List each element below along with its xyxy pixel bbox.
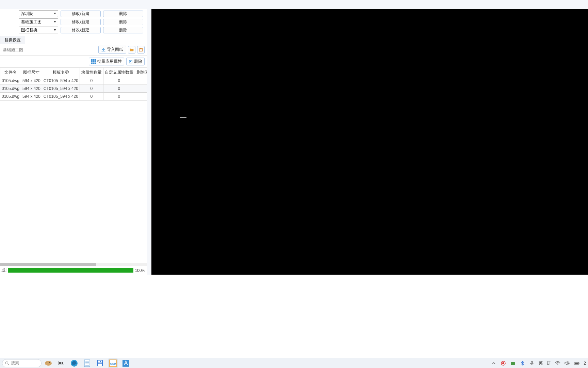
table-row[interactable]: 0105.dwg 594 x 420 CT0105_594 x 420 0 0 … (0, 93, 147, 101)
taskbar-search-label: 搜索 (11, 360, 19, 366)
select-institute[interactable]: 深圳院 ▼ (19, 10, 58, 17)
folder-button[interactable] (128, 46, 135, 53)
svg-rect-34 (531, 361, 533, 364)
system-tray: 英 拼 2 (491, 360, 588, 366)
cell: 594 x 420 (21, 77, 42, 85)
controls-section: 深圳院 ▼ 修改/新建 删除 基础施工图 ▼ 修改/新建 删除 图框替换 ▼ (0, 9, 147, 35)
col-deleteregions[interactable]: 删除区域数量 (135, 68, 147, 77)
taskbar: 搜索 CAD (0, 358, 588, 368)
select-value: 深圳院 (21, 11, 33, 17)
progress-bar (8, 268, 133, 273)
select-value: 基础施工图 (21, 19, 42, 25)
cell: 594 x 420 (21, 85, 42, 93)
tray-wifi-icon[interactable] (555, 361, 560, 366)
svg-point-12 (45, 361, 52, 366)
progress-fill (8, 268, 133, 273)
grid-toolbar: 批量应用属性 删除 (0, 56, 147, 67)
tray-lang-pinyin[interactable]: 拼 (547, 360, 551, 366)
search-icon (5, 361, 9, 365)
svg-point-13 (47, 362, 47, 363)
cell: 594 x 420 (21, 93, 42, 101)
tray-lang-en[interactable]: 英 (539, 360, 543, 366)
scrollbar-thumb[interactable] (0, 263, 96, 266)
cat-icon (44, 360, 52, 367)
taskbar-save-app[interactable] (95, 358, 105, 368)
tray-time-partial[interactable]: 2 (584, 361, 586, 366)
svg-rect-37 (575, 363, 578, 364)
minimize-button[interactable]: — (570, 2, 585, 7)
tray-mic-icon[interactable] (529, 361, 535, 366)
edge-icon (70, 359, 78, 367)
chevron-down-icon: ▼ (53, 20, 56, 24)
grid-icon (91, 59, 96, 64)
tab-strip: 替换设置 (0, 35, 147, 44)
save-button[interactable] (137, 46, 145, 53)
taskbar-app-cat[interactable] (44, 358, 53, 368)
tray-evernote-icon[interactable] (510, 361, 516, 366)
delete-button-2[interactable]: 删除 (103, 27, 143, 33)
control-row: 图框替换 ▼ 修改/新建 删除 (3, 27, 144, 33)
delete-icon (129, 60, 133, 64)
col-framesize[interactable]: 图框尺寸 (21, 68, 42, 77)
table-row[interactable]: 0105.dwg 594 x 420 CT0105_594 x 420 0 0 … (0, 77, 147, 85)
col-filename[interactable]: 文件名 (0, 68, 21, 77)
taskbar-design-app[interactable] (121, 358, 131, 368)
taskbar-cad-app[interactable]: CAD (108, 358, 118, 368)
svg-line-11 (8, 364, 9, 365)
tray-battery-icon[interactable] (574, 361, 579, 366)
cell: 0 (103, 93, 135, 101)
cell: 0 (80, 93, 103, 101)
control-row: 深圳院 ▼ 修改/新建 删除 (3, 10, 144, 17)
grid-delete-button[interactable]: 删除 (126, 58, 145, 65)
notepad-icon (84, 359, 90, 367)
modify-button-0[interactable]: 修改/新建 (61, 11, 101, 17)
table-header-row: 文件名 图框尺寸 模板名称 块属性数量 自定义属性数量 删除区域数量 (0, 68, 147, 77)
main-area: 深圳院 ▼ 修改/新建 删除 基础施工图 ▼ 修改/新建 删除 图框替换 ▼ (0, 9, 588, 275)
tray-bluetooth-icon[interactable] (520, 361, 525, 366)
search-row: 导入图纸 (0, 44, 147, 56)
delete-button-1[interactable]: 删除 (103, 19, 143, 25)
svg-point-35 (557, 364, 558, 365)
search-input[interactable] (2, 46, 98, 53)
chevron-down-icon: ▼ (53, 12, 56, 15)
svg-rect-15 (58, 361, 64, 365)
batch-apply-label: 批量应用属性 (97, 59, 122, 64)
crosshair-horizontal (180, 117, 186, 118)
cell: 0 (135, 93, 147, 101)
tray-chevron-up-icon[interactable] (491, 361, 496, 366)
modify-button-1[interactable]: 修改/新建 (61, 19, 101, 25)
drawing-canvas[interactable] (151, 9, 588, 275)
modify-button-2[interactable]: 修改/新建 (61, 27, 101, 33)
svg-rect-19 (84, 360, 90, 367)
delete-button-0[interactable]: 删除 (103, 11, 143, 17)
taskview-icon (58, 361, 64, 366)
col-blockattrs[interactable]: 块属性数量 (80, 68, 103, 77)
spacer (0, 283, 588, 359)
taskbar-search[interactable]: 搜索 (2, 359, 42, 367)
select-frame-replace[interactable]: 图框替换 ▼ (19, 27, 58, 33)
progress-row: 成! 100% (0, 266, 147, 275)
control-row: 基础施工图 ▼ 修改/新建 删除 (3, 18, 144, 25)
taskbar-edge[interactable] (69, 358, 79, 368)
taskbar-taskview[interactable] (56, 358, 66, 368)
cell: 0 (103, 77, 135, 85)
floppy-icon (97, 360, 103, 367)
taskbar-notepad[interactable] (82, 358, 92, 368)
import-label: 导入图纸 (107, 47, 123, 52)
tray-record-icon[interactable] (501, 361, 506, 366)
col-template[interactable]: 模板名称 (42, 68, 80, 77)
data-grid[interactable]: 文件名 图框尺寸 模板名称 块属性数量 自定义属性数量 删除区域数量 0105.… (0, 67, 147, 266)
tab-replace-settings[interactable]: 替换设置 (0, 36, 25, 44)
tray-volume-icon[interactable] (565, 361, 570, 366)
cell: CT0105_594 x 420 (42, 85, 80, 93)
select-drawing-type[interactable]: 基础施工图 ▼ (19, 18, 58, 25)
table-row[interactable]: 0105.dwg 594 x 420 CT0105_594 x 420 0 0 … (0, 85, 147, 93)
svg-point-14 (49, 362, 50, 363)
cell: 0 (135, 77, 147, 85)
svg-rect-26 (100, 361, 101, 362)
col-customattrs[interactable]: 自定义属性数量 (103, 68, 135, 77)
svg-rect-1 (140, 48, 142, 49)
batch-apply-button[interactable]: 批量应用属性 (89, 58, 124, 65)
horizontal-scrollbar[interactable] (0, 263, 147, 266)
import-drawing-button[interactable]: 导入图纸 (98, 46, 126, 53)
